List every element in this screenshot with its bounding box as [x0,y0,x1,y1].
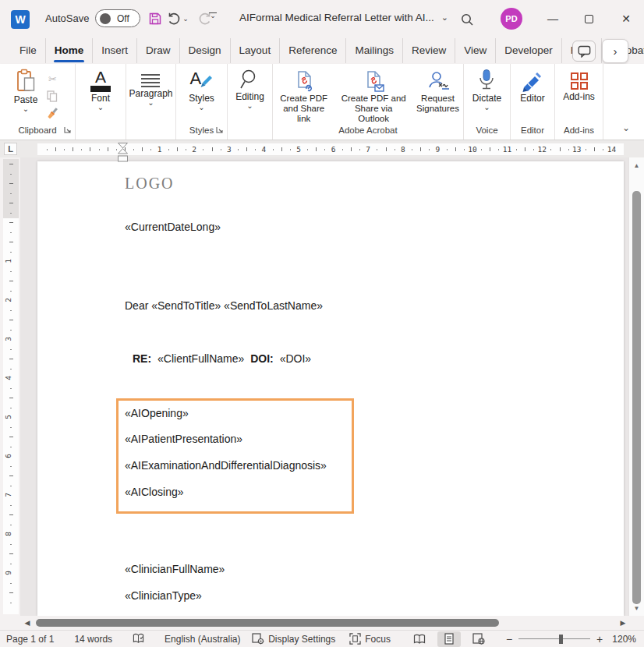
cut-button[interactable]: ✂ [44,72,61,87]
tab-home[interactable]: Home [45,38,93,63]
tab-insert[interactable]: Insert [92,38,136,63]
styles-menu-button[interactable]: A Styles ⌄ [189,69,214,111]
zoom-out-button[interactable]: − [506,633,512,645]
ruler-dot [10,330,12,331]
dictate-label: Dictate [472,93,501,104]
tab-layout[interactable]: Layout [230,38,280,63]
clipboard-group: Paste ⌄ ✂ [0,64,76,140]
ruler-tick [177,147,178,151]
editor-button[interactable]: Editor [520,72,544,104]
title-dropdown-chevron: ⌄ [441,12,448,23]
print-layout-button[interactable] [437,631,461,647]
clipboard-dialog-launcher[interactable] [64,125,71,136]
ai-fields-highlight-box[interactable]: «AIOpening» «AIPatientPresentation» «AIE… [116,398,354,514]
indent-marker[interactable] [118,143,128,163]
merge-field-clinician-type[interactable]: «ClinicianType» [125,589,202,602]
zoom-slider[interactable] [518,631,590,647]
styles-icon: A [189,69,214,92]
autosave-toggle[interactable]: Off [95,9,140,27]
styles-dialog-launcher[interactable] [216,125,223,136]
undo-dropdown-chevron[interactable]: ⌄ [181,9,190,28]
merge-field-ai-opening[interactable]: «AIOpening» [125,407,189,419]
tab-design[interactable]: Design [179,38,230,63]
ruler-tick [560,147,561,151]
merge-field-ai-patient-presentation[interactable]: «AIPatientPresentation» [125,433,242,445]
ruler-tick [9,183,13,184]
tab-view[interactable]: View [455,38,495,63]
share-button[interactable]: › [602,39,628,63]
tab-draw[interactable]: Draw [136,38,179,63]
dictate-button[interactable]: Dictate ⌄ [472,69,501,111]
zoom-in-button[interactable]: + [596,633,603,645]
addins-button[interactable]: Add-ins [563,72,595,102]
page-indicator[interactable]: Page 1 of 1 [6,634,54,645]
ruler-dot [412,149,412,150]
quick-access-toolbar-more-button[interactable]: ⌄ [207,12,218,19]
create-pdf-outlook-button[interactable]: Create PDF and Share via Outlook [338,70,409,124]
merge-field-current-date[interactable]: «CurrentDateLong» [125,221,221,233]
vertical-scrollbar[interactable]: ▲ ▼ [628,157,644,616]
proofing-status[interactable] [133,633,144,645]
ruler-dot [10,213,12,214]
salutation-line[interactable]: Dear «SendToTitle» «SendToLastName» [125,299,323,312]
editing-menu-button[interactable]: Editing ⌄ [235,69,264,109]
vertical-ruler[interactable]: 123456789 [3,157,19,616]
read-mode-button[interactable] [408,631,431,647]
ruler-dot [221,149,221,150]
collapse-ribbon-chevron[interactable]: ⌄ [622,122,630,133]
document-title[interactable]: AIFormal Medical Referral Letter with AI… [239,12,448,23]
horizontal-ruler: L 1234567891011121314 [0,140,644,157]
word-app-icon[interactable]: W [11,10,30,29]
tab-review[interactable]: Review [402,38,455,63]
ruler-tick [9,164,13,164]
scroll-left-arrow[interactable]: ◀ [22,617,33,628]
merge-field-clinician-fullname[interactable]: «ClinicianFullName» [125,563,225,575]
ruler-tick [9,242,13,242]
tab-file[interactable]: File [11,38,45,63]
paste-button[interactable]: Paste ⌄ [14,69,38,112]
zoom-level[interactable]: 120% [612,634,636,645]
ruler-tick [386,147,387,151]
word-count[interactable]: 14 words [74,634,112,645]
scroll-up-arrow[interactable]: ▲ [629,159,644,171]
zoom-slider-handle[interactable] [559,635,563,644]
avatar[interactable]: PD [501,8,522,30]
scroll-down-arrow[interactable]: ▼ [629,602,644,614]
search-button[interactable] [457,10,477,29]
merge-field-ai-closing[interactable]: «AIClosing» [125,486,184,498]
language-indicator[interactable]: English (Australia) [165,634,240,645]
font-menu-button[interactable]: A Font ⌄ [89,69,112,111]
copy-button[interactable] [44,89,61,104]
scissors-icon: ✂ [48,73,57,85]
paragraph-menu-button[interactable]: Paragraph ⌄ [129,69,172,106]
tab-developer[interactable]: Developer [495,38,561,63]
request-signatures-button[interactable]: Request Signatures [416,70,459,114]
ruler-tick [525,147,525,151]
format-painter-button[interactable] [44,106,61,121]
comments-button[interactable] [572,41,596,62]
close-button[interactable]: ✕ [614,10,638,27]
paragraph-icon [141,69,160,87]
focus-button[interactable]: Focus [349,633,391,645]
ribbon: Paste ⌄ ✂ [0,64,644,140]
scroll-right-arrow[interactable]: ▶ [617,617,628,628]
document-page[interactable]: LOGO «CurrentDateLong» Dear «SendToTitle… [37,161,624,616]
ruler-dot [10,291,12,292]
ruler-tick [594,147,595,151]
web-layout-button[interactable] [467,631,490,647]
maximize-button[interactable] [577,10,600,27]
tab-mailings[interactable]: Mailings [345,38,402,63]
vertical-scroll-thumb[interactable] [632,191,641,604]
horizontal-scroll-thumb[interactable] [36,619,499,627]
re-line[interactable]: RE: «ClientFullName» DOI: «DOI» [133,352,311,365]
tab-stop-selector[interactable]: L [4,143,17,155]
merge-field-ai-examination[interactable]: «AIExaminationAndDifferentialDiagnosis» [125,459,327,472]
ruler-number: 1 [157,145,162,154]
tab-reference[interactable]: Reference [279,38,345,63]
display-settings-button[interactable]: Display Settings [252,633,335,645]
create-pdf-share-link-button[interactable]: Create PDF and Share link [277,70,331,124]
horizontal-scrollbar[interactable]: ◀ ▶ [0,616,644,630]
save-button[interactable] [145,9,165,28]
minimize-button[interactable]: — [541,10,564,27]
undo-icon [167,12,181,25]
